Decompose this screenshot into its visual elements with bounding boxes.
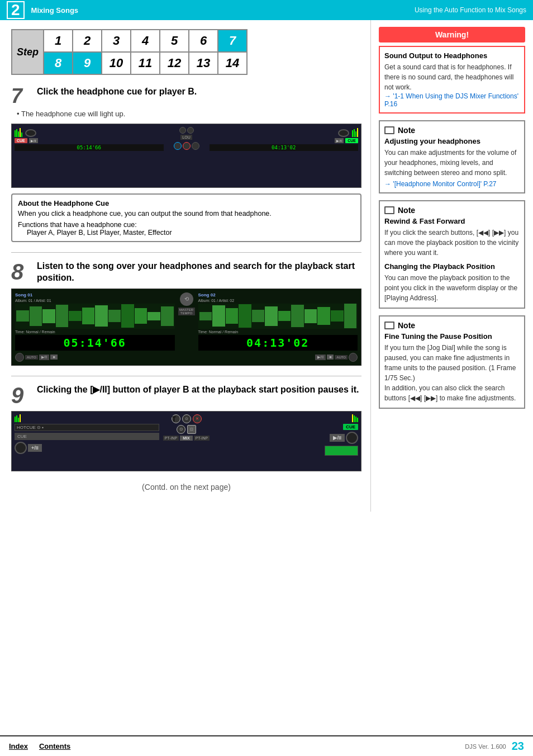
note-icon-2 — [384, 206, 394, 214]
vu-bar — [352, 130, 353, 137]
btn-circle — [183, 142, 191, 150]
vu-bar — [18, 131, 19, 137]
note1-label: Note — [398, 126, 415, 135]
cue-btn-step9[interactable]: CUE — [15, 433, 159, 440]
deck-a: CUE ▶/II 05:14'66 — [15, 127, 164, 185]
transport-controls-2: ▶/II ■ AUTO — [198, 353, 358, 362]
wf-bar — [344, 304, 357, 328]
vu-meters-a — [15, 127, 164, 137]
step-label: Step — [12, 30, 44, 74]
step-7-bullet: • The headphone cue will light up. — [17, 110, 361, 118]
mixer-step9: T ⊙ ✕ ⊙ ⊡ PT-INP MIX PT-INP — [161, 414, 212, 468]
divider-2 — [11, 376, 361, 376]
vu-bar — [21, 133, 22, 137]
wf-bar — [304, 309, 317, 323]
play-btn-1[interactable]: ▶/II — [39, 355, 50, 360]
headphone-cue-info: About the Headphone Cue When you click a… — [11, 193, 361, 242]
vu-bar — [357, 418, 358, 422]
t-btn: ⊙ — [182, 414, 191, 423]
waveform-bars-1 — [15, 304, 175, 329]
t-btn: T — [172, 414, 180, 423]
step-table: Step 1 2 3 4 5 6 7 8 9 10 11 12 13 14 — [11, 29, 248, 75]
time1-display: 05:14'66 — [15, 335, 175, 351]
wf-bar — [291, 305, 304, 327]
play-a: ▶/II — [29, 138, 38, 143]
wf-bar — [30, 306, 42, 326]
center-knob: ⟲ — [180, 292, 193, 306]
top-bar: 2 Mixing Songs Using the Auto Function t… — [0, 0, 533, 20]
mixer-label: LOU — [180, 135, 192, 140]
bottom-right: DJS Ver. 1.600 23 — [465, 740, 524, 753]
ef-btn: ⊡ — [187, 425, 196, 434]
transport-controls-1: AUTO ▶/II ■ — [15, 353, 175, 362]
vu-bar — [354, 415, 355, 422]
step-8-section: 8 Listen to the song over your headphone… — [11, 261, 361, 366]
transport-a: CUE ▶/II — [15, 138, 164, 143]
jog-area-r: ▶/II — [330, 432, 358, 444]
warning-header: Warning! — [379, 27, 525, 42]
page-number: 23 — [512, 740, 524, 753]
index-link[interactable]: Index — [9, 742, 28, 750]
song01-panel: Song 01 Album: 01 / Artist: 01 — [15, 292, 175, 362]
step-2: 2 — [73, 30, 102, 52]
note1-body: You can make adjustments for the volume … — [384, 148, 520, 178]
play-pause-step9-r[interactable]: ▶/II — [330, 434, 345, 442]
cue-btn-b-active-step9[interactable]: CUE — [343, 424, 358, 430]
bottom-links: Index Contents — [9, 742, 465, 750]
bottom-bar: Index Contents DJS Ver. 1.600 23 — [0, 735, 533, 756]
step-7-icon: 7 — [11, 86, 31, 106]
stop-btn-2[interactable]: ■ — [327, 355, 334, 360]
note3-header: Note — [384, 321, 520, 330]
note1-box: Note Adjusting your headphones You can m… — [379, 120, 525, 193]
note1-link[interactable]: → '[Headphone Monitor Control]' P.27 — [384, 180, 520, 188]
vu-meters-step9-r — [352, 414, 358, 422]
cue-button-b-active[interactable]: CUE — [345, 138, 358, 143]
step-14: 14 — [218, 52, 247, 74]
play-btn-2[interactable]: ▶/II — [315, 355, 326, 360]
center-transport: ⟲ MASTER TEMPO — [178, 292, 195, 362]
step-12: 12 — [160, 52, 189, 74]
note2-title-changing: Changing the Playback Position — [384, 262, 520, 271]
note2-title-rewind: Rewind & Fast Forward — [384, 217, 520, 225]
play-b: ▶/II — [335, 138, 344, 143]
waveform-bars-2 — [198, 304, 358, 329]
play-pause-step9[interactable]: +/II — [28, 444, 42, 452]
step-9-text: Clicking the [▶/II] button of player B a… — [37, 384, 359, 396]
time-a: 05:14'66 — [15, 144, 164, 151]
master-label: MASTER TEMPO — [178, 308, 195, 315]
wf-bar — [239, 304, 251, 328]
step-9-device-image: HOTCUE ⊙ ▪ CUE +/II T ⊙ ✕ ⊙ — [11, 411, 361, 471]
step-8-header: 8 Listen to the song over your headphone… — [11, 261, 361, 284]
pitch-bar — [325, 446, 358, 455]
note-icon-3 — [384, 322, 394, 329]
step-11: 11 — [131, 52, 160, 74]
step-8: 8 — [44, 52, 73, 74]
warning-title: Sound Output to Headphones — [384, 51, 520, 60]
mix-btn[interactable]: MIX — [180, 436, 192, 441]
stop-btn-1[interactable]: ■ — [50, 355, 57, 360]
contd-text: (Contd. on the next page) — [11, 483, 361, 492]
vu-bar — [20, 128, 21, 137]
vu-bar — [16, 129, 17, 137]
right-column: Warning! Sound Output to Headphones Get … — [371, 20, 533, 512]
step-6: 6 — [189, 30, 218, 52]
song02-label: Song 02 — [198, 292, 358, 297]
step-8-text: Listen to the song over your headphones … — [37, 261, 361, 284]
wf-bar — [265, 306, 278, 326]
vu-bar — [357, 128, 358, 137]
wf-bar — [16, 310, 29, 322]
divider-1 — [11, 252, 361, 253]
wf-bar — [212, 305, 225, 327]
warning-link[interactable]: → '1-1 When Using the DJS Mixer Function… — [384, 92, 520, 108]
vu-meters-step9 — [15, 414, 159, 422]
step-9-section: 9 Clicking the [▶/II] button of player B… — [11, 384, 361, 471]
wf-bar — [135, 308, 147, 324]
pt-inp-2: PT-INP — [194, 436, 210, 441]
step-7-header: 7 Click the headphone cue for player B. — [11, 86, 361, 106]
note3-box: Note Fine Tuning the Pause Position If y… — [379, 315, 525, 409]
contents-link[interactable]: Contents — [39, 742, 70, 750]
note2-label: Note — [398, 206, 415, 215]
wf-bar — [199, 312, 212, 320]
auto-label: AUTO — [25, 355, 38, 360]
song01-sub: Album: 01 / Artist: 01 — [15, 299, 175, 303]
